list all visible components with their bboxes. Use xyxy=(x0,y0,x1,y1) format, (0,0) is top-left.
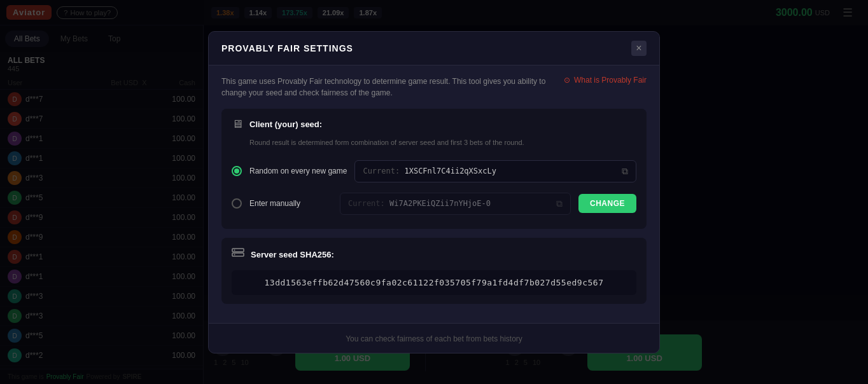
provably-fair-modal: PROVABLY FAIR SETTINGS × This game uses … xyxy=(208,31,660,353)
option-manual-label: Enter manually xyxy=(249,199,332,208)
modal-close-button[interactable]: × xyxy=(631,41,647,56)
modal-overlay: PROVABLY FAIR SETTINGS × This game uses … xyxy=(0,0,868,384)
modal-header: PROVABLY FAIR SETTINGS × xyxy=(209,32,659,65)
server-seed-header: Server seed SHA256: xyxy=(232,247,636,263)
server-icon xyxy=(232,247,244,263)
svg-point-2 xyxy=(234,249,235,250)
monitor-icon: 🖥 xyxy=(232,118,243,131)
change-seed-button[interactable]: CHANGE xyxy=(578,194,636,213)
modal-description: This game uses Provably Fair technology … xyxy=(221,76,647,99)
seed-option-random: Random on every new game Current: 1XSCFn… xyxy=(232,155,636,188)
modal-title: PROVABLY FAIR SETTINGS xyxy=(221,43,353,53)
seed-option-manual: Enter manually Current: Wi7A2PKEiQZii7nY… xyxy=(232,188,636,220)
seed-manual-value: Current: Wi7A2PKEiQZii7nYHjoE-0 xyxy=(348,199,491,208)
seed-input-manual: Current: Wi7A2PKEiQZii7nYHjoE-0 ⧉ xyxy=(340,193,571,215)
server-seed-title: Server seed SHA256: xyxy=(251,250,334,259)
option-random-label: Random on every new game xyxy=(249,167,347,175)
seed-random-value: Current: 1XSCFnl7C4ii2qXSxcLy xyxy=(363,167,496,175)
footer-text: You can check fairness of each bet from … xyxy=(346,334,522,343)
modal-body: This game uses Provably Fair technology … xyxy=(209,65,659,323)
what-is-link-text: What is Provably Fair xyxy=(574,76,647,85)
radio-manual[interactable] xyxy=(232,198,242,209)
seed-input-random: Current: 1XSCFnl7C4ii2qXSxcLy ⧉ xyxy=(354,160,636,182)
copy-manual-seed-icon[interactable]: ⧉ xyxy=(556,198,563,209)
client-seed-desc: Round result is determined form combinat… xyxy=(249,139,636,146)
modal-footer: You can check fairness of each bet from … xyxy=(209,323,659,353)
client-seed-title: Client (your) seed: xyxy=(249,120,322,129)
radio-random[interactable] xyxy=(232,166,242,176)
client-seed-header: 🖥 Client (your) seed: xyxy=(232,118,636,131)
what-is-provably-fair-link[interactable]: ⊙ What is Provably Fair xyxy=(564,76,647,85)
server-seed-hash: 13dd1563effb62d47560c9fa02c61122f035705f… xyxy=(232,270,636,295)
svg-point-3 xyxy=(234,254,235,255)
modal-desc-text: This game uses Provably Fair technology … xyxy=(221,76,554,99)
server-seed-section: Server seed SHA256: 13dd1563effb62d47560… xyxy=(221,238,647,304)
client-seed-section: 🖥 Client (your) seed: Round result is de… xyxy=(221,109,647,229)
question-circle-icon: ⊙ xyxy=(564,76,570,85)
copy-random-seed-icon[interactable]: ⧉ xyxy=(622,166,628,177)
